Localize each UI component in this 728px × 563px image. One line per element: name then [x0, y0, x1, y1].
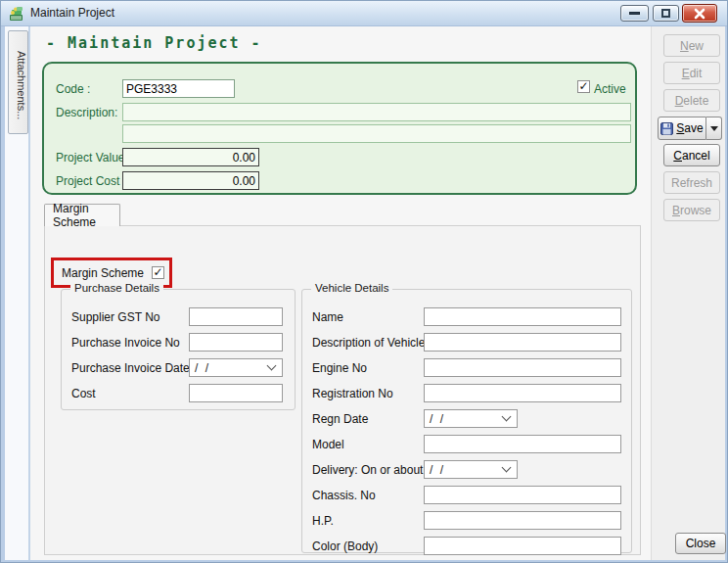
description-label: Description: [56, 106, 117, 119]
name-input[interactable] [424, 307, 621, 326]
supplier-gst-no-input[interactable] [189, 307, 283, 326]
window-title: Maintain Project [30, 6, 114, 20]
browse-button[interactable]: Browse [663, 199, 720, 221]
hp-input[interactable] [424, 511, 621, 530]
save-button[interactable]: Save [658, 117, 706, 140]
margin-scheme-tabpage: Margin Scheme ✓ Purchase Details Supplie… [44, 225, 641, 555]
window-body: Attachments... - Maintain Project - Code… [5, 26, 725, 560]
project-value-input[interactable] [122, 148, 259, 166]
margin-scheme-checkbox[interactable]: ✓ [152, 266, 164, 279]
new-button[interactable]: New [663, 34, 720, 57]
chevron-down-icon [502, 412, 512, 422]
close-window-button[interactable] [682, 4, 717, 23]
maximize-icon [661, 9, 670, 18]
active-checkbox[interactable]: ✓ [577, 80, 590, 93]
supplier-gst-no-label: Supplier GST No [71, 310, 160, 324]
project-cost-input[interactable] [122, 171, 259, 190]
date-value: / / [430, 463, 503, 477]
engine-no-input[interactable] [424, 358, 621, 377]
purchase-invoice-no-label: Purchase Invoice No [71, 336, 180, 350]
delivery-date-select[interactable]: / / [424, 460, 518, 479]
purchase-invoice-date-select[interactable]: / / [189, 358, 283, 377]
chassis-no-label: Chassis. No [312, 489, 376, 502]
project-header-panel: Code : ✓ Active Description: Project Val… [42, 62, 637, 195]
regn-date-select[interactable]: / / [424, 409, 518, 428]
registration-no-input[interactable] [424, 384, 621, 402]
maximize-button[interactable] [653, 5, 679, 22]
chevron-down-icon [502, 463, 512, 473]
title-bar: Maintain Project [1, 1, 728, 26]
cost-input[interactable] [189, 384, 283, 402]
delivery-date-label: Delivery: On or about [312, 463, 423, 477]
save-button-group: Save [658, 117, 722, 140]
purchase-invoice-no-input[interactable] [189, 333, 283, 352]
chevron-down-icon [267, 361, 277, 371]
description-input-2[interactable] [122, 124, 631, 143]
hp-label: H.P. [312, 514, 334, 528]
purchase-details-title: Purchase Details [70, 282, 163, 294]
description-of-vehicle-label: Description of Vehicle [312, 336, 425, 350]
regn-date-label: Regn Date [312, 412, 368, 426]
refresh-button[interactable]: Refresh [663, 171, 720, 194]
project-cost-label: Project Cost : [56, 174, 126, 188]
model-input[interactable] [424, 435, 621, 453]
delete-button[interactable]: Delete [663, 89, 720, 112]
model-label: Model [312, 438, 344, 451]
project-value-label: Project Value: [56, 151, 128, 164]
floppy-disk-icon [660, 122, 673, 135]
color-body-input[interactable] [424, 537, 621, 555]
tab-margin-scheme[interactable]: Margin Scheme [44, 204, 120, 226]
purchase-details-group: Purchase Details Supplier GST No Purchas… [61, 289, 296, 410]
close-icon [694, 8, 705, 20]
chassis-no-input[interactable] [424, 486, 621, 504]
attachments-strip: Attachments... [5, 26, 30, 560]
close-button[interactable]: Close [675, 533, 726, 554]
engine-no-label: Engine No [312, 361, 367, 375]
action-button-panel: New Edit Delete Save [651, 26, 725, 560]
registration-no-label: Registration No [312, 387, 393, 400]
margin-scheme-label: Margin Scheme [62, 266, 144, 280]
name-label: Name [312, 310, 343, 324]
dropdown-arrow-icon [710, 126, 718, 131]
cancel-button[interactable]: Cancel [663, 144, 720, 166]
code-input[interactable] [122, 79, 235, 98]
minimize-icon [629, 12, 640, 15]
purchase-invoice-date-label: Purchase Invoice Date [71, 361, 190, 375]
cost-label: Cost [71, 387, 96, 400]
app-icon [8, 5, 25, 23]
date-value: / / [430, 412, 503, 426]
attachments-tab[interactable]: Attachments... [8, 30, 28, 134]
code-label: Code : [56, 82, 90, 96]
color-body-label: Color (Body) [312, 540, 378, 553]
date-value: / / [195, 361, 268, 375]
vehicle-details-title: Vehicle Details [311, 282, 392, 294]
minimize-button[interactable] [620, 5, 649, 22]
page-title: - Maintain Project - [46, 34, 262, 52]
vehicle-details-group: Vehicle Details Name Description of Vehi… [301, 289, 632, 553]
description-of-vehicle-input[interactable] [424, 333, 621, 352]
edit-button[interactable]: Edit [663, 62, 720, 84]
maintain-project-window: Maintain Project Attachments... - Mainta… [0, 0, 728, 563]
description-input-1[interactable] [122, 103, 631, 121]
main-content: - Maintain Project - Code : ✓ Active Des… [30, 26, 651, 560]
active-label: Active [594, 82, 626, 96]
save-dropdown-button[interactable] [706, 117, 722, 140]
